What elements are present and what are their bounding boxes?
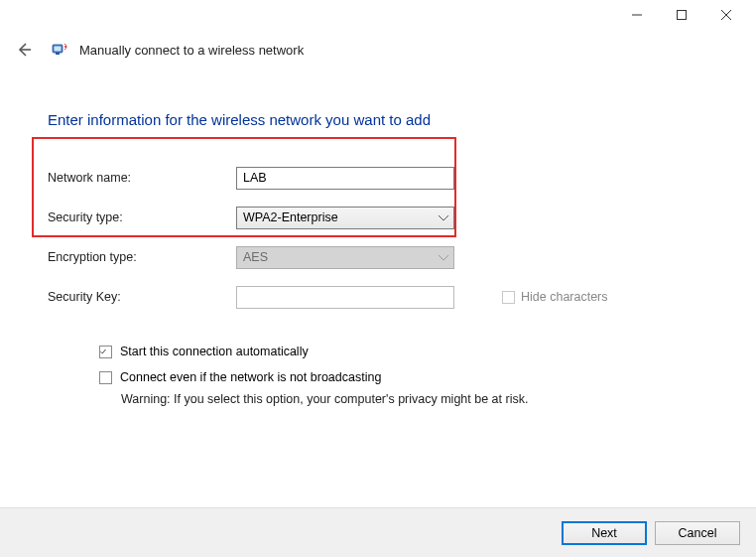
security-type-value: WPA2-Enterprise [243,210,338,224]
cancel-button[interactable]: Cancel [655,521,740,545]
svg-rect-7 [56,53,60,55]
svg-rect-6 [55,47,62,52]
instruction-text: Enter information for the wireless netwo… [48,111,708,128]
minimize-button[interactable] [614,0,659,30]
maximize-button[interactable] [659,0,703,30]
connect-even-label: Connect even if the network is not broad… [120,370,381,384]
start-auto-label: Start this connection automatically [120,345,309,358]
label-network-name: Network name: [48,171,236,185]
network-name-input[interactable] [236,167,454,190]
hide-characters-option: Hide characters [502,290,608,304]
content-area: Enter information for the wireless netwo… [0,71,756,406]
label-security-type: Security type: [48,210,236,224]
row-network-name: Network name: [48,158,708,198]
minimize-icon [632,10,642,20]
footer: Next Cancel [0,507,756,557]
encryption-type-value: AES [243,250,268,264]
row-security-type: Security type: WPA2-Enterprise [48,198,708,237]
next-button[interactable]: Next [562,521,647,545]
label-security-key: Security Key: [48,290,236,304]
row-connect-even[interactable]: Connect even if the network is not broad… [99,370,708,384]
warning-text: Warning: If you select this option, your… [121,392,708,406]
wireless-icon [52,41,69,59]
window-title: Manually connect to a wireless network [79,43,304,58]
row-start-auto[interactable]: Start this connection automatically [99,345,708,358]
close-button[interactable] [703,0,748,30]
hide-characters-checkbox [502,291,515,304]
hide-characters-label: Hide characters [521,290,608,304]
back-arrow-icon [15,41,33,59]
connect-even-checkbox[interactable] [99,371,112,384]
close-icon [721,10,731,20]
row-encryption-type: Encryption type: AES [48,237,708,277]
start-auto-checkbox[interactable] [99,346,112,358]
header: Manually connect to a wireless network [0,30,756,71]
svg-rect-1 [677,11,686,20]
encryption-type-select: AES [236,246,454,269]
security-key-input [236,286,454,309]
titlebar [0,0,756,30]
back-button[interactable] [12,38,36,62]
chevron-down-icon [439,250,448,264]
security-type-select[interactable]: WPA2-Enterprise [236,207,454,229]
label-encryption-type: Encryption type: [48,250,236,264]
row-security-key: Security Key: Hide characters [48,277,708,317]
maximize-icon [677,10,687,20]
